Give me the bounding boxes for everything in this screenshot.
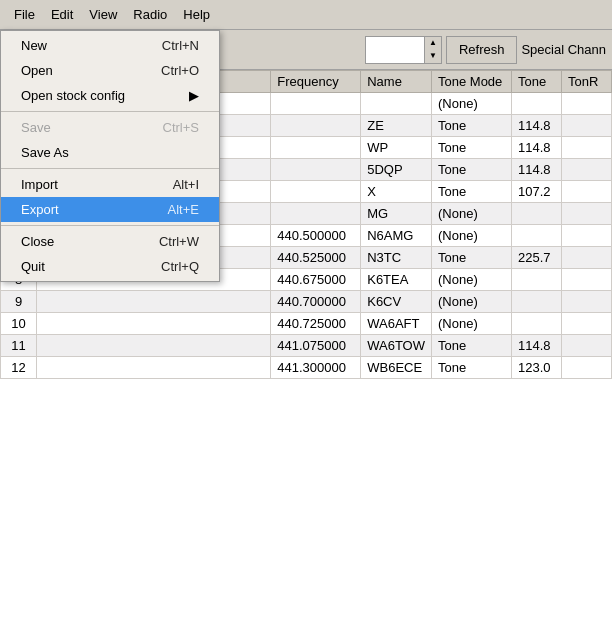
cell-tonr [562, 115, 612, 137]
cell-tone [512, 93, 562, 115]
cell-freq: 440.700000 [271, 291, 361, 313]
cell-tone-mode: Tone [432, 115, 512, 137]
cell-tone-mode: (None) [432, 291, 512, 313]
cell-name: WB6ECE [361, 357, 432, 379]
cell-freq [271, 159, 361, 181]
cell-tone: 114.8 [512, 137, 562, 159]
special-channels-label: Special Chann [521, 42, 606, 57]
table-row[interactable]: 10 440.725000 WA6AFT (None) [1, 313, 612, 335]
table-row[interactable]: 12 441.300000 WB6ECE Tone 123.0 [1, 357, 612, 379]
cell-tone-mode: (None) [432, 225, 512, 247]
cell-freq [271, 93, 361, 115]
cell-name: K6TEA [361, 269, 432, 291]
cell-name: MG [361, 203, 432, 225]
cell-name: N3TC [361, 247, 432, 269]
menu-item-import-shortcut: Alt+I [173, 177, 199, 192]
cell-loc [37, 291, 271, 313]
channel-spinner-group: ▲ ▼ [365, 36, 442, 64]
cell-name: ZE [361, 115, 432, 137]
menu-item-open[interactable]: Open Ctrl+O [1, 58, 219, 83]
cell-name: WP [361, 137, 432, 159]
menu-item-open-stock-label: Open stock config [21, 88, 125, 103]
col-header-tonr: TonR [562, 71, 612, 93]
cell-num: 12 [1, 357, 37, 379]
menu-item-open-stock-arrow: ▶ [189, 88, 199, 103]
refresh-button[interactable]: Refresh [446, 36, 518, 64]
menu-item-close-shortcut: Ctrl+W [159, 234, 199, 249]
cell-tone [512, 225, 562, 247]
cell-freq: 440.675000 [271, 269, 361, 291]
cell-tone-mode: Tone [432, 159, 512, 181]
menu-item-save-as-label: Save As [21, 145, 69, 160]
menu-item-new-label: New [21, 38, 47, 53]
cell-name: WA6AFT [361, 313, 432, 335]
cell-freq [271, 115, 361, 137]
menu-item-open-label: Open [21, 63, 53, 78]
cell-tone-mode: Tone [432, 357, 512, 379]
menu-radio[interactable]: Radio [125, 5, 175, 24]
cell-tonr [562, 291, 612, 313]
cell-tone [512, 269, 562, 291]
menu-item-close[interactable]: Close Ctrl+W [1, 229, 219, 254]
cell-tone-mode: (None) [432, 93, 512, 115]
menu-item-open-stock[interactable]: Open stock config ▶ [1, 83, 219, 108]
separator-2 [1, 168, 219, 169]
cell-tonr [562, 225, 612, 247]
cell-num: 10 [1, 313, 37, 335]
table-row[interactable]: 9 440.700000 K6CV (None) [1, 291, 612, 313]
cell-freq: 441.075000 [271, 335, 361, 357]
cell-num: 9 [1, 291, 37, 313]
menu-item-save[interactable]: Save Ctrl+S [1, 115, 219, 140]
col-header-freq: Frequency [271, 71, 361, 93]
menu-help[interactable]: Help [175, 5, 218, 24]
menubar: File Edit View Radio Help [0, 0, 612, 30]
menu-item-save-label: Save [21, 120, 51, 135]
cell-tone-mode: Tone [432, 335, 512, 357]
menu-view[interactable]: View [81, 5, 125, 24]
cell-freq: 440.725000 [271, 313, 361, 335]
cell-tonr [562, 357, 612, 379]
cell-freq: 440.525000 [271, 247, 361, 269]
cell-tonr [562, 181, 612, 203]
menu-item-close-label: Close [21, 234, 54, 249]
cell-tone-mode: (None) [432, 269, 512, 291]
menu-edit[interactable]: Edit [43, 5, 81, 24]
cell-tone: 123.0 [512, 357, 562, 379]
menu-item-save-as[interactable]: Save As [1, 140, 219, 165]
cell-name: X [361, 181, 432, 203]
spin-up-button[interactable]: ▲ [425, 37, 441, 50]
menu-item-quit[interactable]: Quit Ctrl+Q [1, 254, 219, 279]
menu-item-export-shortcut: Alt+E [168, 202, 199, 217]
cell-name: 5DQP [361, 159, 432, 181]
cell-freq [271, 181, 361, 203]
cell-name: N6AMG [361, 225, 432, 247]
spin-down-button[interactable]: ▼ [425, 50, 441, 63]
cell-freq [271, 203, 361, 225]
cell-loc [37, 357, 271, 379]
menu-item-import[interactable]: Import Alt+I [1, 172, 219, 197]
cell-tone [512, 203, 562, 225]
file-dropdown-menu: New Ctrl+N Open Ctrl+O Open stock config… [0, 30, 220, 282]
menu-item-new-shortcut: Ctrl+N [162, 38, 199, 53]
cell-tonr [562, 137, 612, 159]
table-row[interactable]: 11 441.075000 WA6TOW Tone 114.8 [1, 335, 612, 357]
cell-tone [512, 313, 562, 335]
col-header-tone: Tone [512, 71, 562, 93]
menu-item-open-shortcut: Ctrl+O [161, 63, 199, 78]
cell-tone-mode: (None) [432, 203, 512, 225]
menu-file[interactable]: File [6, 5, 43, 24]
cell-tone [512, 291, 562, 313]
cell-tone-mode: Tone [432, 247, 512, 269]
cell-tone: 114.8 [512, 159, 562, 181]
cell-freq: 441.300000 [271, 357, 361, 379]
cell-tone-mode: Tone [432, 137, 512, 159]
menu-item-export[interactable]: Export Alt+E [1, 197, 219, 222]
channel-input[interactable] [365, 36, 425, 64]
menu-item-export-label: Export [21, 202, 59, 217]
cell-tone-mode: (None) [432, 313, 512, 335]
cell-num: 11 [1, 335, 37, 357]
menu-item-quit-label: Quit [21, 259, 45, 274]
menu-item-new[interactable]: New Ctrl+N [1, 33, 219, 58]
cell-tone-mode: Tone [432, 181, 512, 203]
cell-loc [37, 313, 271, 335]
